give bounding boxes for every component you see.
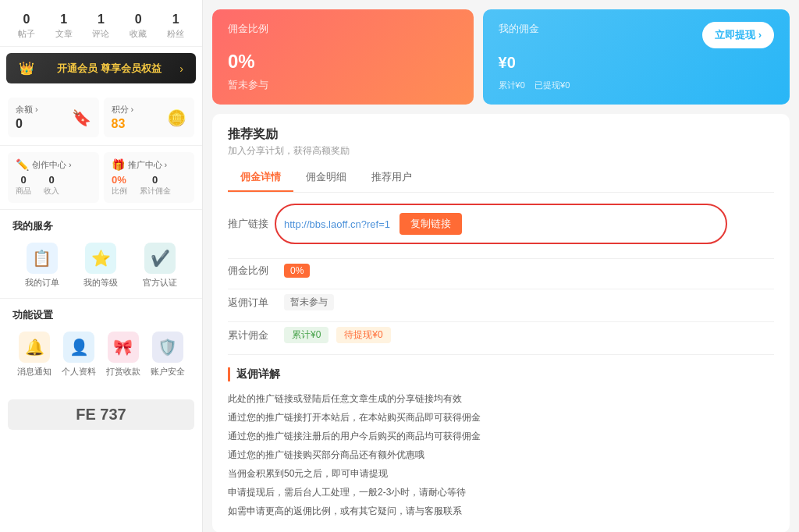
gift-icon: 🎀	[108, 332, 139, 363]
tab-commission-list[interactable]: 佣金明细	[293, 164, 359, 192]
user-icon: 👤	[63, 332, 94, 363]
sidebar: 0 帖子 1 文章 1 评论 0 收藏 1 粉丝 👑 开通会员 尊享会员	[0, 0, 203, 532]
commission-ratio-title: 佣金比例	[228, 22, 458, 36]
main-content: 佣金比例 0% 暂未参与 我的佣金 ¥0 累计¥0 已提现¥0	[203, 0, 799, 532]
func-grid: 🔔 消息通知 👤 个人资料 🎀 打赏收款 🛡️ 账户安全	[0, 327, 202, 387]
commission-ratio-value: 0%	[228, 42, 458, 75]
promotion-icon: 🎁	[112, 158, 125, 171]
my-commission-title: 我的佣金	[499, 22, 570, 36]
func-security[interactable]: 🛡️ 账户安全	[151, 332, 185, 378]
promo-link-label: 推广链接	[228, 217, 275, 231]
cumulative-label: 累计佣金	[228, 328, 275, 342]
content-area: 推荐奖励 加入分享计划，获得高额奖励 佣金详情 佣金明细 推荐用户 推广链接 h…	[212, 114, 790, 532]
commission-ratio-card: 佣金比例 0% 暂未参与	[212, 9, 474, 105]
fe-badge: FE 737	[8, 399, 194, 430]
balance-card[interactable]: 余额 › 0 🔖	[8, 98, 99, 137]
content-header: 推荐奖励 加入分享计划，获得高额奖励	[228, 126, 774, 158]
copy-link-button[interactable]: 复制链接	[400, 213, 462, 235]
bookmark-icon: 🔖	[72, 108, 91, 127]
ratio-badge: 0%	[284, 264, 310, 278]
orders-label: 返佣订单	[228, 296, 275, 310]
functions-section-title: 功能设置	[0, 299, 202, 327]
certification-icon: ✔️	[144, 243, 176, 274]
tab-recommended-users[interactable]: 推荐用户	[359, 164, 424, 192]
my-commission-amount: ¥0	[499, 42, 570, 75]
crown-icon: 👑	[19, 61, 34, 76]
tab-commission-detail[interactable]: 佣金详情	[228, 164, 293, 192]
service-grid: 📋 我的订单 ⭐ 我的等级 ✔️ 官方认证	[0, 238, 202, 299]
top-cards-row: 佣金比例 0% 暂未参与 我的佣金 ¥0 累计¥0 已提现¥0	[212, 9, 790, 105]
level-icon: ⭐	[85, 243, 116, 274]
stat-comments: 1 评论	[92, 12, 109, 40]
services-section-title: 我的服务	[0, 210, 202, 238]
service-certification[interactable]: ✔️ 官方认证	[143, 243, 177, 289]
orders-icon: 📋	[27, 243, 58, 274]
creator-icon: ✏️	[16, 158, 29, 171]
commission-ratio-sub: 暂未参与	[228, 78, 458, 92]
ratio-label: 佣金比例	[228, 264, 275, 278]
orders-row: 返佣订单 暂未参与	[228, 294, 774, 310]
promo-link-value[interactable]: http://bbs.laoff.cn?ref=1	[284, 218, 390, 230]
ratio-row: 佣金比例 0%	[228, 264, 774, 278]
stat-favorites: 0 收藏	[130, 12, 147, 40]
return-detail: 返佣详解 此处的推广链接或登陆后任意文章生成的分享链接均有效 通过您的推广链接打…	[228, 367, 774, 520]
my-commission-card: 我的佣金 ¥0 累计¥0 已提现¥0 立即提现 ›	[483, 9, 790, 105]
my-commission-sub: 累计¥0 已提现¥0	[499, 80, 570, 91]
service-orders[interactable]: 📋 我的订单	[25, 243, 59, 289]
pending-value: 待提现¥0	[336, 327, 390, 343]
orders-value: 暂未参与	[284, 294, 334, 310]
return-title: 返佣详解	[228, 367, 774, 381]
cumulative-value: 累计¥0	[284, 327, 328, 343]
tabs: 佣金详情 佣金明细 推荐用户	[228, 164, 774, 193]
func-profile[interactable]: 👤 个人资料	[62, 332, 96, 378]
creator-promotion-row: ✏️ 创作中心 › 0 商品 0 收入 🎁 推广中心	[0, 146, 202, 210]
content-subtitle: 加入分享计划，获得高额奖励	[228, 144, 774, 158]
func-rewards[interactable]: 🎀 打赏收款	[106, 332, 140, 378]
stat-articles: 1 文章	[55, 12, 73, 40]
stat-followers: 1 粉丝	[167, 12, 184, 40]
service-level[interactable]: ⭐ 我的等级	[83, 243, 118, 289]
withdraw-button[interactable]: 立即提现 ›	[702, 22, 774, 48]
return-items: 此处的推广链接或登陆后任意文章生成的分享链接均有效 通过您的推广链接打开本站后，…	[228, 389, 774, 520]
vip-arrow-icon: ›	[179, 62, 183, 75]
creator-center-card[interactable]: ✏️ 创作中心 › 0 商品 0 收入	[8, 152, 99, 203]
points-card[interactable]: 积分 › 83 🪙	[104, 98, 195, 137]
stat-posts: 0 帖子	[18, 12, 35, 40]
vip-text: 开通会员 尊享会员权益	[57, 62, 162, 76]
sidebar-bottom: FE 737	[0, 387, 202, 438]
promotion-center-card[interactable]: 🎁 推广中心 › 0% 比例 0 累计佣金	[104, 152, 195, 203]
promo-section: 推广链接 http://bbs.laoff.cn?ref=1 复制链接	[228, 205, 774, 254]
shield-icon: 🛡️	[152, 332, 183, 363]
stats-row: 0 帖子 1 文章 1 评论 0 收藏 1 粉丝	[0, 0, 202, 47]
content-title: 推荐奖励	[228, 126, 774, 143]
mini-cards: 余额 › 0 🔖 积分 › 83 🪙	[0, 90, 202, 146]
coin-icon: 🪙	[167, 108, 186, 127]
bell-icon: 🔔	[19, 332, 50, 363]
amount-row: 累计¥0 待提现¥0	[284, 327, 391, 343]
func-notifications[interactable]: 🔔 消息通知	[17, 332, 51, 378]
cumulative-row: 累计佣金 累计¥0 待提现¥0	[228, 327, 774, 343]
promo-link-row: 推广链接 http://bbs.laoff.cn?ref=1 复制链接	[228, 213, 774, 235]
vip-banner[interactable]: 👑 开通会员 尊享会员权益 ›	[6, 53, 196, 83]
